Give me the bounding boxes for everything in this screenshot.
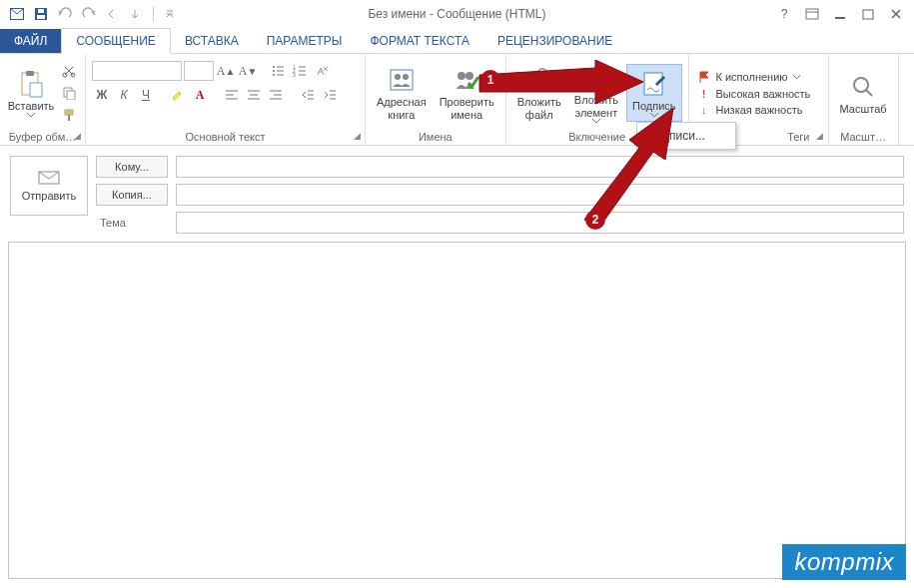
svg-rect-14: [67, 91, 75, 100]
signature-icon: [641, 68, 667, 100]
svg-rect-3: [38, 9, 44, 13]
group-clipboard-label: Буфер обм…: [6, 129, 79, 145]
cut-icon[interactable]: [59, 61, 79, 81]
group-names: Адресная книга Проверить имена Имена: [366, 54, 506, 145]
group-font-label: Основной текст: [92, 129, 359, 145]
dialog-launcher-icon[interactable]: ◢: [814, 131, 826, 143]
font-color-icon[interactable]: A: [190, 85, 210, 105]
callout-badge-1: 1: [480, 70, 500, 90]
chevron-down-icon: [793, 75, 800, 80]
zoom-button[interactable]: Масштаб: [835, 68, 892, 119]
next-icon[interactable]: [126, 3, 148, 25]
qat-customize-icon[interactable]: [159, 3, 181, 25]
mail-icon[interactable]: [6, 3, 28, 25]
group-names-label: Имена: [372, 129, 499, 145]
subject-input[interactable]: [176, 212, 904, 234]
attach-item-button[interactable]: Вложить элемент: [569, 59, 623, 127]
indent-icon[interactable]: [320, 85, 340, 105]
tab-file[interactable]: ФАЙЛ: [0, 29, 61, 53]
subject-label: Тема: [96, 217, 168, 229]
chevron-down-icon: [650, 113, 658, 118]
prev-icon[interactable]: [102, 3, 124, 25]
signatures-menu-item[interactable]: ППодписи...одписи...: [637, 123, 735, 149]
group-clipboard: Вставить Буфер обм… ◢: [0, 54, 86, 145]
svg-rect-2: [37, 15, 45, 19]
watermark: kompmix: [782, 544, 906, 580]
address-book-button[interactable]: Адресная книга: [372, 61, 432, 124]
check-names-icon: [453, 64, 480, 96]
font-size-select[interactable]: [184, 61, 214, 81]
svg-rect-16: [68, 115, 70, 121]
followup-button[interactable]: К исполнению: [695, 69, 802, 85]
align-center-icon[interactable]: [244, 85, 264, 105]
send-button[interactable]: Отправить: [10, 156, 88, 216]
redo-icon[interactable]: [78, 3, 100, 25]
svg-rect-4: [806, 9, 818, 19]
ribbon-display-icon[interactable]: [800, 3, 824, 25]
tab-options[interactable]: ПАРАМЕТРЫ: [253, 29, 357, 53]
cc-button[interactable]: Копия...: [96, 184, 168, 206]
maximize-icon[interactable]: [856, 3, 880, 25]
clipboard-icon: [18, 68, 44, 100]
svg-point-21: [273, 74, 275, 76]
align-left-icon[interactable]: [222, 85, 242, 105]
magnifier-icon: [850, 71, 876, 103]
svg-line-52: [866, 90, 872, 96]
bold-button[interactable]: Ж: [92, 85, 112, 105]
group-zoom-label: Масшт…: [835, 129, 892, 145]
svg-rect-9: [26, 71, 34, 76]
bullets-icon[interactable]: [268, 61, 288, 81]
minimize-icon[interactable]: [828, 3, 852, 25]
clear-format-icon[interactable]: [312, 61, 332, 81]
numbering-icon[interactable]: 123: [290, 61, 310, 81]
message-body[interactable]: [8, 242, 906, 579]
undo-icon[interactable]: [54, 3, 76, 25]
to-input[interactable]: [176, 156, 904, 178]
underline-button[interactable]: Ч: [136, 85, 156, 105]
titlebar-controls: ?: [772, 3, 908, 25]
tab-review[interactable]: РЕЦЕНЗИРОВАНИЕ: [483, 29, 626, 53]
group-zoom: Масштаб Масшт…: [829, 54, 899, 145]
tab-insert[interactable]: ВСТАВКА: [171, 29, 253, 53]
save-icon[interactable]: [30, 3, 52, 25]
send-icon: [37, 170, 61, 186]
svg-point-47: [457, 72, 465, 80]
attach-file-button[interactable]: Вложить файл: [512, 61, 566, 124]
tab-format[interactable]: ФОРМАТ ТЕКСТА: [356, 29, 482, 53]
ribbon-tabs: ФАЙЛ СООБЩЕНИЕ ВСТАВКА ПАРАМЕТРЫ ФОРМАТ …: [0, 28, 914, 54]
copy-icon[interactable]: [59, 83, 79, 103]
chevron-down-icon: [592, 119, 600, 124]
align-right-icon[interactable]: [266, 85, 286, 105]
svg-rect-10: [30, 83, 42, 97]
low-importance-button[interactable]: ↓ Низкая важность: [695, 103, 805, 117]
signature-button[interactable]: Подпись: [626, 64, 682, 122]
dialog-launcher-icon[interactable]: ◢: [71, 131, 83, 143]
cc-input[interactable]: [176, 184, 904, 206]
dialog-launcher-icon[interactable]: ◢: [351, 131, 363, 143]
tab-message[interactable]: СООБЩЕНИЕ: [61, 28, 171, 54]
svg-point-19: [273, 70, 275, 72]
to-button[interactable]: Кому...: [96, 156, 168, 178]
shrink-font-icon[interactable]: A▼: [238, 61, 258, 81]
font-name-select[interactable]: [92, 61, 182, 81]
highlight-icon[interactable]: [168, 85, 188, 105]
paste-button[interactable]: Вставить: [6, 65, 56, 121]
svg-point-48: [465, 72, 473, 80]
grow-font-icon[interactable]: A▲: [216, 61, 236, 81]
attach-item-icon: [584, 62, 608, 94]
help-icon[interactable]: ?: [772, 3, 796, 25]
outdent-icon[interactable]: [298, 85, 318, 105]
format-painter-icon[interactable]: [59, 105, 79, 125]
svg-rect-15: [65, 110, 73, 115]
high-importance-button[interactable]: ! Высокая важность: [695, 87, 813, 101]
titlebar: Без имени - Сообщение (HTML) ?: [0, 0, 914, 28]
italic-button[interactable]: К: [114, 85, 134, 105]
svg-rect-7: [863, 10, 873, 19]
close-icon[interactable]: [884, 3, 908, 25]
down-arrow-icon: ↓: [697, 104, 711, 116]
svg-point-46: [403, 74, 409, 80]
quick-access-toolbar: [0, 3, 181, 25]
chevron-down-icon: [27, 113, 35, 118]
svg-rect-50: [644, 73, 662, 95]
svg-point-45: [395, 74, 401, 80]
